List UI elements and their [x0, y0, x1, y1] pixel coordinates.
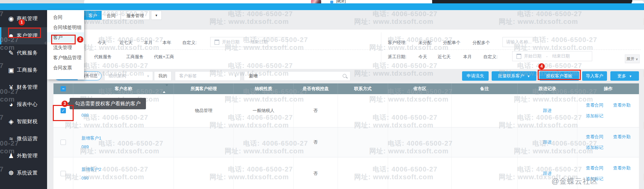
customer-code-link[interactable]: 089: [81, 144, 89, 149]
chat-icon: [330, 1, 333, 3]
filter-this-month[interactable]: 本月: [144, 40, 153, 46]
view-contract-link[interactable]: 查看合同: [586, 165, 603, 171]
end-date-placeholder: 结束日期: [552, 53, 570, 59]
tab-service-management[interactable]: 服务管理: [121, 11, 150, 20]
date-range-input[interactable]: 开始日期 - 结束日期: [210, 37, 288, 47]
filter-this-year[interactable]: 本年: [162, 40, 171, 46]
row-checkbox[interactable]: [61, 140, 66, 145]
dispatch-today[interactable]: 今天: [418, 54, 427, 60]
customer-tag-select[interactable]: 客户标签 ∨: [175, 71, 240, 81]
sidebar-item-field-work[interactable]: ♟ 外勤管理: [0, 147, 47, 164]
tab-dropdown-caret[interactable]: ▼: [151, 11, 162, 20]
settings-icon: ☸: [6, 169, 16, 177]
sidebar-item-report[interactable]: ◕ 报表中心: [0, 96, 47, 113]
customer-code-link[interactable]: 090: [81, 176, 89, 181]
chat-window-edge: [84, 0, 432, 3]
customer-name-link[interactable]: 新增客户2: [81, 166, 101, 173]
calendar-icon: [215, 40, 219, 45]
add-mark-link[interactable]: 添加标记: [586, 113, 603, 119]
view-fieldwork-link[interactable]: 查看外勤: [613, 134, 631, 140]
sidebar-item-settings[interactable]: ☸ 系统设置: [0, 164, 47, 182]
menu-item-contract[interactable]: 合同: [47, 12, 84, 22]
search-input[interactable]: 新增: [244, 71, 350, 81]
follow-up-link[interactable]: 跟进: [543, 139, 552, 145]
report-icon: ◕: [6, 101, 16, 108]
filter-today[interactable]: 今天: [98, 40, 106, 46]
more-button[interactable]: 更多 ▼: [610, 71, 639, 81]
menu-item-churn[interactable]: 流失管理: [47, 42, 84, 52]
annotation-badge-1: 1: [18, 19, 25, 26]
col-tax-type: 纳税性质: [234, 83, 294, 94]
tab-customer-active[interactable]: 客户: [84, 11, 102, 20]
sidebar-item-customer[interactable]: ☻ 客户管理: [0, 27, 47, 44]
opportunity-icon: ◉: [6, 15, 16, 23]
tax-type-cell: [234, 127, 294, 157]
caret-down-icon: ▼: [527, 75, 530, 78]
sidebar-item-wechat[interactable]: ≈ 微信运营: [0, 130, 47, 147]
manager-unassigned[interactable]: 未分配: [418, 40, 431, 46]
region-cell: [388, 94, 452, 127]
row-checkbox[interactable]: ✓: [61, 108, 66, 113]
tooltip: 勾选需要授权客户看账的客户: [70, 98, 146, 109]
follow-up-link[interactable]: 跟进: [543, 171, 552, 177]
remark-cell: [452, 94, 518, 127]
follow-up-link[interactable]: 跟进: [543, 108, 552, 114]
manager-name-input[interactable]: 请输入名称...: [502, 37, 541, 47]
window-tab-bump: [632, 1, 644, 3]
submenu-arrow-icon: [44, 41, 46, 45]
col-customer-name[interactable]: 客户名称: [73, 83, 174, 94]
view-contract-link[interactable]: 查看合同: [586, 102, 603, 108]
tax-disk-cell: 否: [294, 157, 338, 189]
col-region: 省市区: [388, 83, 452, 94]
sidebar-item-bookkeeping[interactable]: ✎ 代账服务: [0, 44, 47, 62]
chat-message-text: [呲牙]: [336, 0, 346, 3]
start-date-placeholder: 开始日期: [222, 39, 239, 45]
customer-name-link[interactable]: 新增客户1: [81, 135, 101, 141]
field-work-icon: ♟: [6, 152, 16, 160]
mine-button[interactable]: 我的: [154, 71, 172, 81]
dispatch-date-range-input[interactable]: 开始日期 - 结束日期: [512, 51, 592, 61]
import-customer-button[interactable]: 导入客户: [582, 71, 607, 81]
sidebar-item-business[interactable]: ▣ 工商服务: [0, 62, 47, 79]
menu-item-contract-invoice[interactable]: 合同发票: [47, 63, 84, 73]
filter-service-business[interactable]: 工商服务: [126, 54, 144, 60]
customer-icon: ☻: [6, 32, 16, 40]
filter-service-both[interactable]: 代账+工商: [154, 54, 174, 60]
select-all-checkbox[interactable]: −: [61, 86, 66, 91]
manager-assign-multi[interactable]: 分配多个: [472, 40, 490, 46]
authorize-customer-accounts-button[interactable]: 授权客户看账: [539, 71, 579, 81]
add-mark-link[interactable]: 添加标记: [586, 145, 603, 151]
customer-code-link[interactable]: 088: [81, 113, 89, 118]
browser-frame-strip: [432, 0, 632, 3]
view-fieldwork-link[interactable]: 查看外勤: [613, 102, 631, 108]
chevron-down-icon: ∨: [147, 72, 149, 80]
sort-icon[interactable]: [163, 86, 165, 91]
remark-cell: [452, 127, 518, 157]
apply-churn-button[interactable]: 申请流失: [462, 71, 489, 81]
select-all-checkbox-cell: −: [53, 83, 73, 94]
menu-item-contract-renewal[interactable]: 合同续签明细: [47, 22, 84, 32]
batch-contact-button[interactable]: 批量联系客户 ▼: [492, 71, 536, 81]
chevron-down-icon: ∨: [234, 72, 237, 80]
row-checkbox[interactable]: [61, 171, 66, 176]
org-structure-select[interactable]: 组织架构 ∨: [104, 71, 153, 81]
expand-filters-button[interactable]: 展开 ∨: [625, 54, 640, 63]
dispatch-custom-label: 自定义:: [483, 54, 498, 60]
filter-last7days[interactable]: 近七天: [119, 40, 132, 46]
filter-service-bookkeeping[interactable]: 代账服务: [94, 54, 112, 60]
tab-contract[interactable]: 合同: [102, 11, 121, 20]
manager-assign-single[interactable]: 分配单个: [443, 40, 460, 46]
table-row: 新增客户1 089 否 跟进 查看合同 查看外勤 添加标记: [53, 127, 639, 157]
view-contract-link[interactable]: 查看合同: [586, 134, 603, 140]
dispatch-date-label: 派工日期:: [388, 54, 407, 60]
caret-small-icon: ∨: [636, 57, 638, 61]
view-fieldwork-link[interactable]: 查看外勤: [613, 165, 631, 171]
dispatch-this-month[interactable]: 本月: [463, 54, 472, 60]
menu-item-customer-goods[interactable]: 客户物品管理: [47, 52, 84, 63]
sidebar-item-finance[interactable]: ¥ 财务管理: [0, 79, 47, 96]
annotation-badge-3: 3: [62, 101, 68, 107]
search-value: 新增: [249, 73, 258, 78]
sidebar-item-smart-tax[interactable]: ◈ 智能财税: [0, 113, 47, 130]
dispatch-last7days[interactable]: 近七天: [438, 54, 451, 60]
col-manager: 所属客户经理: [174, 83, 234, 94]
